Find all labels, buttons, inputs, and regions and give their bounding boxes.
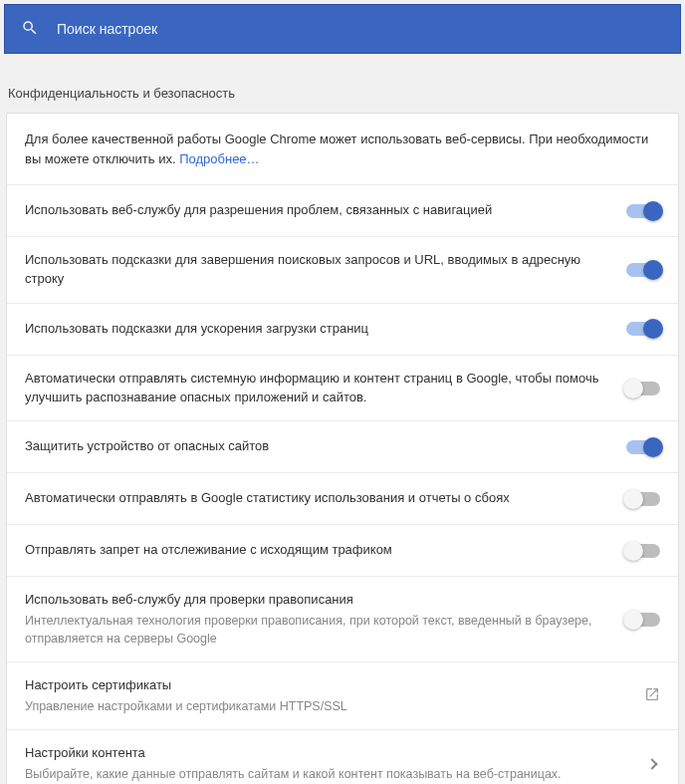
toggle-safe-browsing[interactable] — [626, 440, 660, 454]
row-preload[interactable]: Использовать подсказки для ускорения заг… — [7, 304, 678, 356]
external-link-icon — [644, 686, 660, 705]
intro-text-body: Для более качественной работы Google Chr… — [25, 131, 648, 166]
row-title: Автоматически отправлять в Google статис… — [25, 489, 606, 508]
row-title: Отправлять запрет на отслеживание с исхо… — [25, 541, 606, 560]
row-title: Использовать подсказки для ускорения заг… — [25, 320, 606, 339]
intro-text: Для более качественной работы Google Chr… — [7, 114, 678, 185]
toggle-crash-stats[interactable] — [626, 492, 660, 506]
row-subtitle: Выбирайте, какие данные отправлять сайта… — [25, 765, 628, 783]
row-sys-info[interactable]: Автоматически отправлять системную инфор… — [7, 356, 678, 422]
toggle-nav-service[interactable] — [626, 204, 660, 218]
row-subtitle: Интеллектуальная технология проверки пра… — [25, 612, 606, 648]
row-suggestions[interactable]: Использовать подсказки для завершения по… — [7, 237, 678, 304]
row-nav-service[interactable]: Использовать веб-службу для разрешения п… — [7, 185, 678, 237]
row-title: Настройки контента — [25, 744, 628, 763]
row-title: Использовать веб-службу для проверки пра… — [25, 591, 606, 610]
search-icon — [21, 19, 39, 40]
toggle-suggestions[interactable] — [626, 263, 660, 277]
row-dnt[interactable]: Отправлять запрет на отслеживание с исхо… — [7, 525, 678, 577]
search-input[interactable] — [57, 21, 664, 37]
row-title: Автоматически отправлять системную инфор… — [25, 370, 606, 407]
toggle-preload[interactable] — [626, 322, 660, 336]
toggle-dnt[interactable] — [626, 544, 660, 558]
learn-more-link[interactable]: Подробнее… — [179, 151, 259, 166]
section-title: Конфиденциальность и безопасность — [0, 58, 685, 113]
row-spellcheck[interactable]: Использовать веб-службу для проверки пра… — [7, 577, 678, 662]
toggle-spellcheck[interactable] — [626, 613, 660, 627]
row-content-settings[interactable]: Настройки контента Выбирайте, какие данн… — [7, 730, 678, 784]
row-crash-stats[interactable]: Автоматически отправлять в Google статис… — [7, 473, 678, 525]
chevron-right-icon — [646, 758, 657, 769]
toggle-sys-info[interactable] — [626, 382, 660, 395]
privacy-card: Для более качественной работы Google Chr… — [6, 113, 679, 784]
row-title: Использовать подсказки для завершения по… — [25, 251, 606, 289]
row-title: Использовать веб-службу для разрешения п… — [25, 201, 606, 220]
row-title: Защитить устройство от опасных сайтов — [25, 437, 606, 456]
row-certificates[interactable]: Настроить сертификаты Управление настрой… — [7, 662, 678, 730]
search-bar[interactable] — [4, 4, 681, 54]
row-safe-browsing[interactable]: Защитить устройство от опасных сайтов — [7, 421, 678, 473]
row-subtitle: Управление настройками и сертификатами H… — [25, 697, 624, 715]
row-title: Настроить сертификаты — [25, 676, 624, 695]
